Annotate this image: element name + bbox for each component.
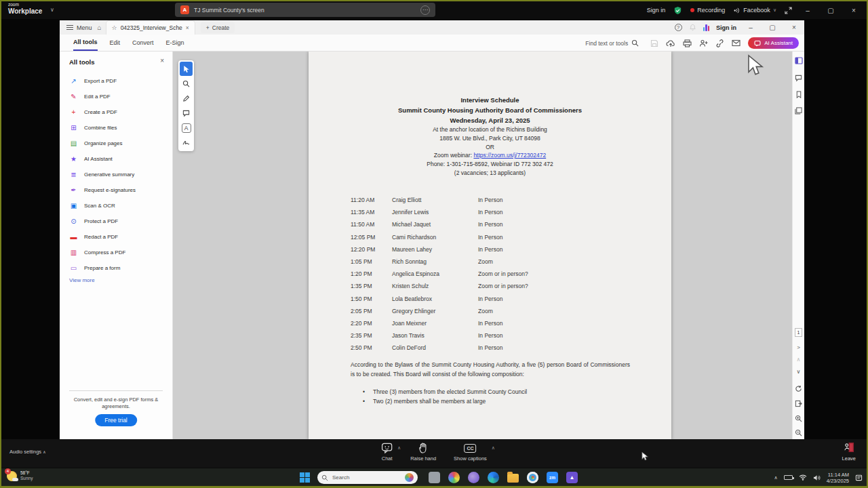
acrobat-restore-button[interactable]: ▢ [765, 24, 780, 31]
captions-caret-icon[interactable]: ∧ [492, 445, 495, 451]
acrobat-close-button[interactable]: × [787, 24, 802, 31]
taskbar-chrome-icon[interactable] [527, 472, 538, 483]
tool-item[interactable]: ↗Export a PDF [69, 73, 168, 89]
find-text-button[interactable]: Find text or tools [585, 39, 639, 47]
taskbar-app-purple-icon[interactable] [468, 472, 479, 483]
nav-convert[interactable]: Convert [132, 35, 154, 51]
ai-assistant-button[interactable]: AI Assistant [748, 37, 799, 49]
acrobat-menu-button[interactable]: Menu [65, 24, 98, 31]
free-trial-button[interactable]: Free trial [95, 414, 137, 426]
print-icon[interactable] [683, 39, 692, 47]
document-tab[interactable]: ☆ 042325_Interview_Sche × [106, 20, 195, 35]
sign-tool-button[interactable] [180, 136, 193, 150]
chat-button[interactable]: ∧ Chat [381, 442, 393, 462]
table-row: 2:05 PMGregory EhlingerZoom [351, 305, 528, 317]
zoom-sign-in-link[interactable]: Sign in [647, 7, 666, 14]
shared-screen-tab[interactable]: A TJ Summit County's screen ⋯ [175, 3, 435, 17]
taskbar-app-window-icon[interactable] [429, 472, 440, 483]
document-tab-close-icon[interactable]: × [186, 24, 189, 31]
tool-item[interactable]: ✎Edit a PDF [69, 89, 168, 104]
apps-icon[interactable] [703, 24, 710, 31]
tool-item[interactable]: ▬Redact a PDF [69, 229, 168, 245]
nav-all-tools[interactable]: All tools [73, 35, 98, 51]
pages-panel-icon[interactable] [793, 107, 804, 115]
chat-caret-icon[interactable]: ∧ [397, 445, 401, 451]
raise-hand-button[interactable]: Raise hand [410, 442, 436, 462]
tool-item[interactable]: ▣Scan & OCR [69, 198, 168, 214]
bookmarks-panel-icon[interactable] [793, 91, 804, 98]
show-captions-button[interactable]: CC ∧ Show captions [454, 442, 487, 462]
home-icon[interactable]: ⌂ [98, 24, 102, 31]
link-icon[interactable] [715, 39, 724, 47]
pencil-tool-button[interactable] [180, 92, 193, 106]
security-shield-icon[interactable] [673, 6, 682, 15]
shared-screen-content: Menu ⌂ ☆ 042325_Interview_Sche × + Creat… [1, 19, 867, 439]
battery-icon[interactable] [784, 475, 793, 480]
share-person-icon[interactable] [699, 39, 708, 47]
tool-item[interactable]: +Create a PDF [69, 104, 168, 120]
weather-widget[interactable]: 4 58°FSunny [7, 470, 33, 481]
taskbar-zoom-icon[interactable]: zm [547, 472, 558, 483]
tool-item[interactable]: ▥Compress a PDF [69, 245, 168, 260]
taskbar-clock[interactable]: 11:14 AM4/23/2025 [827, 472, 849, 484]
comments-panel-icon[interactable] [793, 75, 804, 82]
tool-item[interactable]: ★AI Assistant [69, 151, 168, 167]
export-page-icon[interactable] [793, 400, 804, 407]
fullscreen-icon[interactable] [785, 7, 792, 14]
recording-indicator[interactable]: Recording [690, 7, 725, 14]
wifi-icon[interactable] [799, 474, 807, 481]
favorite-star-icon[interactable]: ☆ [112, 24, 117, 31]
doc-title: Interview Schedule [309, 95, 671, 105]
notification-bell-icon[interactable] [689, 24, 696, 31]
panel-toggle-icon[interactable] [793, 57, 804, 64]
right-rail: 1 > ∧ ∨ [792, 52, 804, 439]
email-icon[interactable] [732, 39, 741, 47]
live-stream-button[interactable]: Facebook ∨ [733, 7, 776, 14]
cell-time: 2:05 PM [351, 308, 392, 314]
tab-options-icon[interactable]: ⋯ [420, 5, 430, 15]
help-icon[interactable]: ? [675, 24, 682, 31]
next-page-icon[interactable]: > [793, 344, 804, 350]
taskbar-search[interactable]: Search [317, 471, 418, 484]
nav-edit[interactable]: Edit [110, 35, 121, 51]
taskbar-edge-icon[interactable] [488, 472, 499, 483]
text-tool-button[interactable]: A [182, 123, 191, 133]
tool-item[interactable]: ⊞Combine files [69, 120, 168, 136]
audio-settings-button[interactable]: Audio settings ∧ [9, 449, 46, 455]
page-number-box[interactable]: 1 [793, 328, 804, 337]
acrobat-sign-in-button[interactable]: Sign in [716, 24, 736, 31]
view-more-link[interactable]: View more [69, 277, 95, 283]
undo-icon[interactable]: ∧ [793, 357, 804, 363]
start-button[interactable] [300, 472, 310, 483]
comment-tool-button[interactable] [180, 106, 193, 121]
nav-esign[interactable]: E-Sign [166, 35, 184, 51]
taskbar-photos-icon[interactable] [448, 472, 460, 483]
zoom-tool-button[interactable] [180, 77, 193, 91]
window-minimize-button[interactable]: – [800, 7, 815, 14]
webinar-link[interactable]: https://zoom.us/j/772302472 [473, 152, 546, 159]
tool-item[interactable]: ≣Generative summary [69, 167, 168, 182]
rotate-page-icon[interactable] [793, 385, 804, 392]
workspace-caret-icon[interactable]: ∨ [50, 7, 54, 13]
scroll-down-icon[interactable]: ∨ [793, 369, 804, 375]
tool-item[interactable]: ✒Request e-signatures [69, 182, 168, 198]
acrobat-minimize-button[interactable]: – [743, 24, 758, 31]
cloud-upload-icon[interactable] [666, 39, 675, 47]
tray-expand-icon[interactable]: ∧ [774, 475, 778, 481]
tool-item[interactable]: ▤Organize pages [69, 136, 168, 151]
window-restore-button[interactable]: ▢ [823, 7, 838, 14]
leave-button[interactable]: Leave [842, 442, 856, 462]
taskbar-adobe-icon[interactable]: ▲ [566, 472, 578, 483]
zoom-in-icon[interactable] [793, 415, 804, 422]
select-tool-button[interactable] [180, 62, 193, 76]
taskbar-file-explorer-icon[interactable] [507, 474, 519, 483]
window-close-button[interactable]: × [846, 7, 861, 14]
volume-icon[interactable] [813, 474, 821, 481]
tool-item[interactable]: ⊙Protect a PDF [69, 214, 168, 229]
weather-cloud-icon [12, 478, 18, 481]
create-tab-button[interactable]: + Create [201, 22, 235, 33]
notification-center-icon[interactable] [855, 474, 863, 481]
zoom-out-icon[interactable] [793, 429, 804, 436]
tools-panel-close-icon[interactable]: × [160, 57, 164, 64]
tool-item[interactable]: ▭Prepare a form [69, 260, 168, 276]
